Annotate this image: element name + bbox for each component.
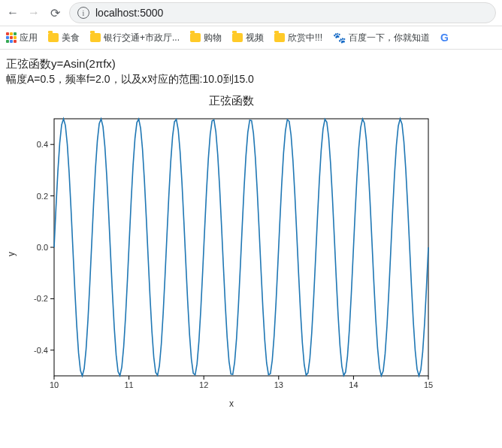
reload-button[interactable]: ⟳: [48, 6, 62, 20]
browser-toolbar: ← → ⟳ i localhost:5000: [0, 0, 502, 26]
url-text: localhost:5000: [95, 7, 163, 19]
svg-text:15: 15: [424, 380, 433, 389]
svg-text:10: 10: [50, 380, 59, 389]
bookmark-label: 购物: [204, 32, 222, 44]
x-axis-label: x: [6, 398, 457, 409]
chart-title: 正弦函数: [6, 94, 457, 108]
svg-text:0.0: 0.0: [37, 243, 48, 252]
svg-text:13: 13: [274, 380, 283, 389]
formula-text: 正弦函数y=Asin(2πfx): [6, 57, 496, 71]
bookmark-label: 视频: [246, 32, 264, 44]
bookmark-label: 欣赏中!!!: [288, 32, 322, 44]
bookmarks-bar: 应用 美食银行交通+市政厅...购物视频欣赏中!!! 🐾 百度一下，你就知道 G: [0, 26, 502, 50]
svg-text:-0.4: -0.4: [34, 346, 48, 355]
bookmark-folder[interactable]: 欣赏中!!!: [274, 32, 322, 44]
chart-container: 正弦函数 y -0.4-0.20.00.20.4101112131415 x: [6, 94, 457, 409]
google-icon[interactable]: G: [440, 32, 449, 44]
folder-icon: [48, 33, 59, 42]
folder-icon: [90, 33, 101, 42]
bookmark-folder[interactable]: 美食: [48, 32, 80, 44]
folder-icon: [190, 33, 201, 42]
apps-icon: [6, 32, 17, 43]
chart-plot: -0.4-0.20.00.20.4101112131415: [18, 111, 439, 397]
folder-icon: [232, 33, 243, 42]
bookmark-folder[interactable]: 银行交通+市政厅...: [90, 32, 180, 44]
svg-text:12: 12: [199, 380, 208, 389]
svg-text:0.2: 0.2: [37, 192, 48, 201]
forward-button[interactable]: →: [27, 6, 41, 20]
y-axis-label: y: [6, 252, 17, 256]
bookmark-label: 百度一下，你就知道: [349, 32, 430, 44]
folder-icon: [274, 33, 285, 42]
bookmark-folder[interactable]: 购物: [190, 32, 222, 44]
bookmark-label: 银行交通+市政厅...: [104, 32, 180, 44]
bookmark-folder[interactable]: 视频: [232, 32, 264, 44]
svg-text:0.4: 0.4: [37, 140, 48, 149]
bookmark-baidu[interactable]: 🐾 百度一下，你就知道: [333, 32, 430, 44]
apps-shortcut[interactable]: 应用: [6, 32, 38, 44]
svg-text:14: 14: [349, 380, 358, 389]
address-bar[interactable]: i localhost:5000: [69, 2, 496, 23]
back-button[interactable]: ←: [6, 6, 20, 20]
params-text: 幅度A=0.5，频率f=2.0，以及x对应的范围:10.0到15.0: [6, 73, 496, 86]
bookmark-label: 美食: [62, 32, 80, 44]
page-content: 正弦函数y=Asin(2πfx) 幅度A=0.5，频率f=2.0，以及x对应的范…: [0, 50, 502, 416]
svg-text:-0.2: -0.2: [34, 294, 48, 303]
apps-label: 应用: [20, 32, 38, 44]
svg-text:11: 11: [124, 380, 133, 389]
site-info-icon[interactable]: i: [77, 7, 89, 19]
paw-icon: 🐾: [333, 32, 346, 44]
